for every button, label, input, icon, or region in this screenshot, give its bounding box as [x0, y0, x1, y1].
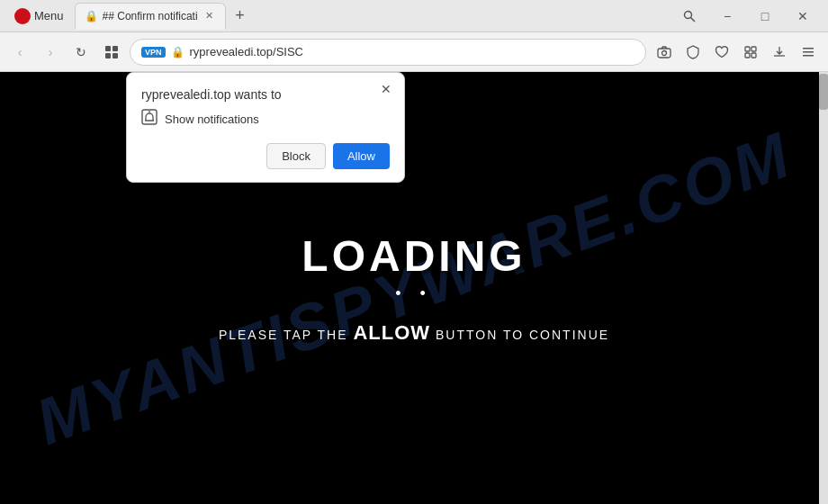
download-icon-button[interactable]	[767, 40, 792, 65]
permission-label: Show notifications	[165, 112, 259, 126]
lock-icon: 🔒	[171, 46, 184, 58]
hamburger-menu-button[interactable]	[796, 40, 821, 65]
window-controls: − □ ✕	[671, 0, 821, 32]
svg-rect-12	[803, 48, 814, 50]
camera-icon-button[interactable]	[652, 40, 677, 65]
browser-search-button[interactable]	[671, 0, 707, 32]
website-background: MYANTISPYWARE.COM LOADING • • PLEASE TAP…	[0, 72, 828, 504]
svg-rect-8	[745, 47, 750, 51]
svg-rect-5	[112, 53, 118, 58]
title-bar: Menu 🔒 ## Confirm notificati ✕ + − □ ✕	[0, 0, 828, 32]
minimize-button[interactable]: −	[709, 0, 745, 32]
svg-rect-6	[658, 49, 670, 58]
svg-rect-2	[105, 46, 111, 51]
grid-view-button[interactable]	[99, 40, 124, 65]
loading-dots: • •	[395, 284, 433, 303]
opera-logo-icon	[14, 8, 31, 24]
cta-prefix: PLEASE TAP THE	[219, 328, 354, 342]
tabs-area: 🔒 ## Confirm notificati ✕ +	[75, 3, 668, 30]
extensions-icon-button[interactable]	[738, 40, 763, 65]
tab-label: ## Confirm notificati	[103, 10, 198, 22]
tab-close-button[interactable]: ✕	[203, 10, 216, 22]
refresh-button[interactable]: ↻	[68, 40, 94, 65]
svg-rect-4	[105, 53, 111, 58]
popup-permission: Show notifications	[141, 109, 390, 129]
back-button[interactable]: ‹	[7, 40, 32, 65]
shield-icon-button[interactable]	[680, 40, 706, 65]
svg-rect-11	[752, 53, 756, 58]
block-button[interactable]: Block	[266, 143, 326, 169]
svg-point-0	[685, 11, 692, 18]
svg-rect-14	[803, 55, 814, 57]
loading-heading: LOADING	[302, 231, 526, 281]
menu-label: Menu	[34, 9, 64, 22]
address-bar: ‹ › ↻ VPN 🔒 ryprevealedi.top/SISC	[0, 32, 828, 72]
heart-icon-button[interactable]	[709, 40, 734, 65]
notification-popup: ✕ ryprevealedi.top wants to Show notific…	[126, 72, 405, 183]
cta-allow: ALLOW	[353, 321, 430, 344]
url-text: ryprevealedi.top/SISC	[190, 45, 634, 58]
close-button[interactable]: ✕	[785, 0, 821, 32]
content-area: MYANTISPYWARE.COM LOADING • • PLEASE TAP…	[0, 72, 828, 504]
vpn-badge: VPN	[141, 47, 166, 58]
svg-rect-10	[745, 53, 750, 58]
svg-line-1	[691, 17, 696, 22]
menu-button[interactable]: Menu	[7, 4, 71, 28]
svg-rect-9	[752, 47, 756, 51]
cta-text: PLEASE TAP THE ALLOW BUTTON TO CONTINUE	[219, 321, 609, 345]
svg-point-7	[662, 50, 667, 55]
maximize-button[interactable]: □	[747, 0, 783, 32]
cta-suffix: BUTTON TO CONTINUE	[430, 328, 609, 342]
tab-favicon-icon: 🔒	[85, 10, 97, 22]
popup-buttons: Block Allow	[141, 143, 390, 169]
tab-active[interactable]: 🔒 ## Confirm notificati ✕	[75, 3, 226, 30]
svg-rect-3	[112, 46, 118, 51]
scrollbar-thumb[interactable]	[819, 74, 828, 110]
browser-window: Menu 🔒 ## Confirm notificati ✕ + − □ ✕	[0, 0, 828, 504]
popup-title: ryprevealedi.top wants to	[141, 87, 390, 102]
svg-rect-13	[803, 51, 814, 53]
popup-close-button[interactable]: ✕	[377, 80, 395, 98]
toolbar-icons	[652, 40, 821, 65]
forward-button[interactable]: ›	[38, 40, 63, 65]
scrollbar[interactable]	[819, 72, 828, 504]
url-bar[interactable]: VPN 🔒 ryprevealedi.top/SISC	[130, 39, 646, 66]
notification-permission-icon	[141, 109, 158, 129]
allow-button[interactable]: Allow	[333, 143, 390, 169]
new-tab-button[interactable]: +	[228, 4, 253, 29]
